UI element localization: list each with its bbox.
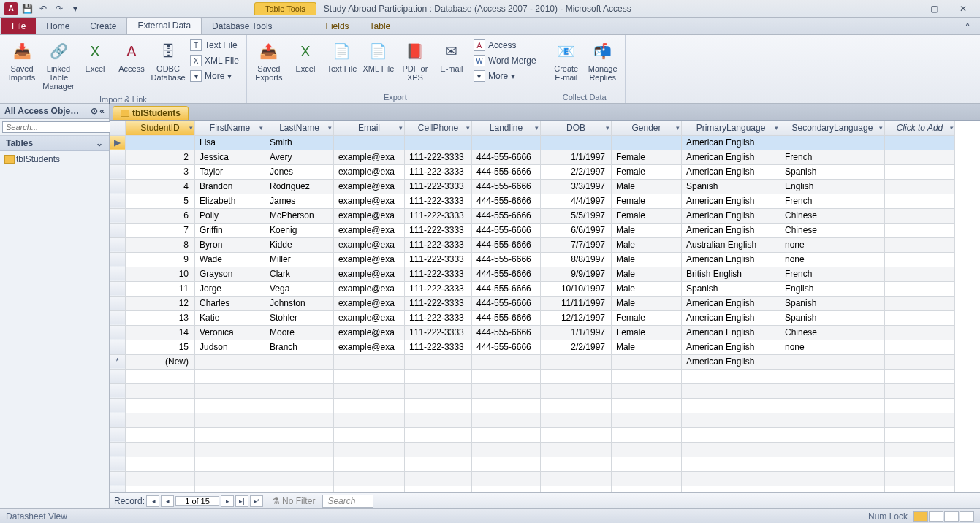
cell-studentid[interactable]: 7 [126, 223, 195, 237]
table-row[interactable]: 9WadeMillerexample@exa111-222-3333444-55… [110, 252, 955, 267]
cell-firstname[interactable]: Griffin [195, 223, 265, 237]
dropdown-icon[interactable]: ▾ [676, 124, 680, 131]
dropdown-icon[interactable]: ▾ [466, 124, 470, 131]
cell-primary[interactable]: American English [682, 252, 780, 267]
nav-search-input[interactable] [2, 121, 111, 133]
cell-primary[interactable]: American English [682, 194, 780, 208]
column-header-primarylanguage[interactable]: PrimaryLanguage▾ [682, 121, 780, 135]
cell-secondary[interactable]: Chinese [780, 325, 885, 340]
table-row[interactable]: 10GraysonClarkexample@exa111-222-3333444… [110, 267, 955, 281]
other-view-button-2[interactable] [960, 511, 974, 522]
row-selector[interactable] [110, 237, 126, 252]
cell-cellphone[interactable]: 111-222-3333 [405, 237, 472, 252]
record-position-input[interactable] [175, 496, 219, 506]
cell-secondary[interactable]: English [780, 179, 885, 194]
odbc-button[interactable]: 🗄ODBC Database [151, 37, 186, 85]
cell-add[interactable] [885, 340, 955, 354]
cell-cellphone[interactable]: 111-222-3333 [405, 223, 472, 237]
datasheet[interactable]: StudentID▾FirstName▾LastName▾Email▾CellP… [110, 120, 980, 492]
cell-landline[interactable]: 444-555-6666 [472, 208, 541, 223]
cell-lastname[interactable]: Avery [265, 150, 334, 164]
cell-email[interactable]: example@exa [334, 281, 405, 296]
dropdown-icon[interactable]: ▾ [775, 124, 778, 131]
cell-lastname[interactable]: Smith [265, 135, 334, 150]
qat-customize-icon[interactable]: ▾ [69, 2, 82, 15]
cell-landline[interactable]: 444-555-6666 [472, 150, 541, 164]
tab-home[interactable]: Home [36, 18, 80, 34]
cell-dob[interactable]: 11/11/1997 [541, 296, 612, 310]
cell-cellphone[interactable]: 111-222-3333 [405, 179, 472, 194]
tab-create[interactable]: Create [80, 18, 126, 34]
word-merge-button[interactable]: WWord Merge [471, 53, 539, 68]
cell-dob[interactable]: 1/1/1997 [541, 325, 612, 340]
row-selector[interactable] [110, 150, 126, 164]
cell-email[interactable] [334, 135, 405, 150]
dropdown-icon[interactable]: ▾ [949, 124, 953, 131]
tab-database-tools[interactable]: Database Tools [202, 18, 283, 34]
first-record-button[interactable]: |◂ [146, 495, 159, 507]
cell-cellphone[interactable]: 111-222-3333 [405, 194, 472, 208]
cell-gender[interactable]: Female [612, 325, 682, 340]
cell-lastname[interactable]: Rodriguez [265, 179, 334, 194]
datasheet-view-button[interactable] [913, 511, 928, 522]
cell-dob[interactable]: 2/2/1997 [541, 340, 612, 354]
cell-dob[interactable]: 4/4/1997 [541, 194, 612, 208]
cell-firstname[interactable]: Judson [195, 340, 265, 354]
dropdown-icon[interactable]: ▾ [189, 124, 193, 131]
export-excel-button[interactable]: XExcel [288, 37, 323, 76]
column-header-firstname[interactable]: FirstName▾ [195, 121, 265, 135]
cell-add[interactable] [885, 194, 955, 208]
cell-primary[interactable]: American English [682, 223, 780, 237]
cell-lastname[interactable]: Clark [265, 267, 334, 281]
row-selector[interactable] [110, 223, 126, 237]
export-xml-button[interactable]: 📄XML File [361, 37, 396, 76]
dropdown-icon[interactable]: ▾ [879, 124, 883, 131]
cell-studentid[interactable]: 3 [126, 164, 195, 179]
cell-firstname[interactable]: Veronica [195, 325, 265, 340]
row-selector[interactable] [110, 194, 126, 208]
row-selector[interactable] [110, 281, 126, 296]
cell-primary[interactable]: American English [682, 208, 780, 223]
cell-firstname[interactable]: Charles [195, 296, 265, 310]
ribbon-toggle-icon[interactable]: ^ [955, 18, 980, 34]
column-header-secondarylanguage[interactable]: SecondaryLanguage▾ [780, 121, 885, 135]
column-header-email[interactable]: Email▾ [334, 121, 405, 135]
cell-cellphone[interactable]: 111-222-3333 [405, 267, 472, 281]
nav-section-tables[interactable]: Tables⌄ [0, 136, 109, 151]
cell-cellphone[interactable]: 111-222-3333 [405, 310, 472, 325]
table-row[interactable]: 7GriffinKoenigexample@exa111-222-3333444… [110, 223, 955, 237]
import-xml-file-button[interactable]: XXML File [187, 53, 242, 68]
export-more-button[interactable]: ▾More ▾ [471, 69, 539, 83]
cell-secondary[interactable]: English [780, 281, 885, 296]
column-header-dob[interactable]: DOB▾ [541, 121, 612, 135]
cell-primary[interactable]: American English [682, 164, 780, 179]
new-record-button[interactable]: ▸* [250, 495, 263, 507]
dropdown-icon[interactable]: ▾ [535, 124, 539, 131]
undo-icon[interactable]: ↶ [37, 2, 50, 15]
cell-dob[interactable]: 12/12/1997 [541, 310, 612, 325]
column-header-landline[interactable]: Landline▾ [472, 121, 541, 135]
cell-firstname[interactable]: Katie [195, 310, 265, 325]
dropdown-icon[interactable]: ▾ [606, 124, 609, 131]
row-selector[interactable] [110, 325, 126, 340]
table-row[interactable]: 3TaylorJonesexample@exa111-222-3333444-5… [110, 164, 955, 179]
cell-studentid[interactable]: 13 [126, 310, 195, 325]
dropdown-icon[interactable]: ▾ [399, 124, 403, 131]
row-selector[interactable]: * [110, 354, 126, 369]
table-row[interactable]: 11JorgeVegaexample@exa111-222-3333444-55… [110, 281, 955, 296]
cell-landline[interactable]: 444-555-6666 [472, 296, 541, 310]
table-row[interactable]: ▶LisaSmithAmerican English [110, 135, 955, 150]
cell-studentid[interactable]: 14 [126, 325, 195, 340]
cell-primary[interactable]: Spanish [682, 281, 780, 296]
cell-email[interactable]: example@exa [334, 194, 405, 208]
import-text-file-button[interactable]: TText File [187, 38, 242, 53]
cell-dob[interactable]: 5/5/1997 [541, 208, 612, 223]
collapse-section-icon[interactable]: ⌄ [96, 138, 103, 148]
cell-studentid[interactable]: 6 [126, 208, 195, 223]
cell-gender[interactable]: Male [612, 179, 682, 194]
cell-lastname[interactable]: Jones [265, 164, 334, 179]
cell-lastname[interactable]: Stohler [265, 310, 334, 325]
table-row[interactable]: 13KatieStohlerexample@exa111-222-3333444… [110, 310, 955, 325]
cell-studentid[interactable]: 4 [126, 179, 195, 194]
cell-lastname[interactable]: McPherson [265, 208, 334, 223]
